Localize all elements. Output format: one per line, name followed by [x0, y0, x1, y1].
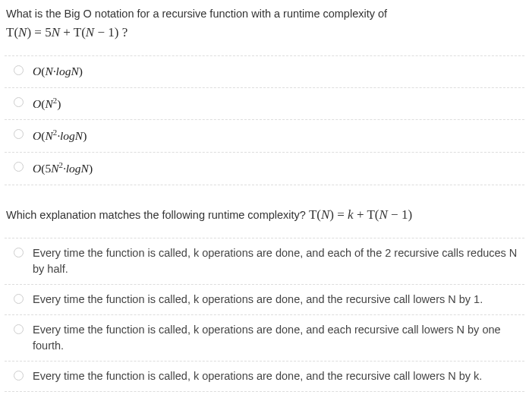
radio-icon — [14, 294, 24, 304]
radio-icon — [14, 129, 24, 139]
q2-option-3[interactable]: Every time the function is called, k ope… — [5, 361, 524, 392]
q1-option-0-label: O(N·logN) — [33, 63, 524, 80]
q2-option-2[interactable]: Every time the function is called, k ope… — [5, 314, 524, 361]
question-2-options: Every time the function is called, k ope… — [5, 238, 524, 392]
question-1-text: What is the Big O notation for a recursi… — [6, 8, 387, 20]
q2-option-2-label: Every time the function is called, k ope… — [33, 322, 524, 354]
question-2-text: Which explanation matches the following … — [6, 209, 309, 221]
q1-option-2[interactable]: O(N2·logN) — [5, 119, 524, 152]
question-1-formula: T(N) = 5N + T(N − 1) ? — [6, 25, 128, 39]
radio-icon — [14, 97, 24, 107]
question-2: Which explanation matches the following … — [5, 205, 524, 393]
question-2-formula: T(N) = k + T(N − 1) — [309, 207, 412, 222]
question-1-prompt: What is the Big O notation for a recursi… — [5, 6, 524, 42]
q1-option-3-label: O(5N2·logN) — [33, 159, 524, 178]
radio-icon — [14, 162, 24, 172]
question-1: What is the Big O notation for a recursi… — [5, 6, 524, 185]
radio-icon — [14, 324, 24, 334]
q2-option-0-label: Every time the function is called, k ope… — [33, 245, 524, 277]
q1-option-1[interactable]: O(N2) — [5, 87, 524, 120]
q2-option-3-label: Every time the function is called, k ope… — [33, 368, 524, 384]
radio-icon — [14, 65, 24, 75]
q2-option-1[interactable]: Every time the function is called, k ope… — [5, 284, 524, 314]
q1-option-0[interactable]: O(N·logN) — [5, 55, 524, 87]
q2-option-1-label: Every time the function is called, k ope… — [33, 292, 524, 308]
question-1-options: O(N·logN) O(N2) O(N2·logN) O(5N2·logN) — [5, 55, 524, 185]
q1-option-3[interactable]: O(5N2·logN) — [5, 152, 524, 185]
question-2-prompt: Which explanation matches the following … — [5, 205, 524, 225]
q1-option-1-label: O(N2) — [33, 95, 524, 113]
radio-icon — [14, 248, 24, 257]
q1-option-2-label: O(N2·logN) — [33, 127, 524, 145]
q2-option-0[interactable]: Every time the function is called, k ope… — [5, 238, 524, 284]
radio-icon — [14, 371, 24, 381]
